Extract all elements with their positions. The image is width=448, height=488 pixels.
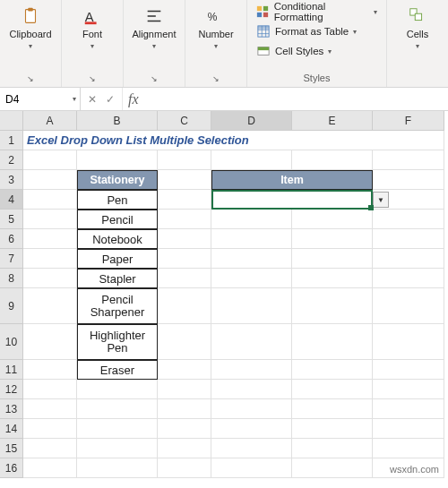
cell[interactable] [23,210,77,229]
clipboard-button[interactable]: Clipboard ▾ [5,4,56,50]
cell[interactable] [373,360,444,380]
cell[interactable] [23,288,77,324]
table-cell[interactable]: Pencil Sharpener [77,288,158,324]
fx-label[interactable]: fx [123,88,144,110]
cell[interactable] [211,210,292,229]
cell[interactable] [158,380,211,399]
row-header[interactable]: 14 [0,419,23,439]
cell[interactable] [23,170,77,190]
cell[interactable] [23,380,77,399]
cell[interactable] [292,210,373,229]
row-header[interactable]: 6 [0,229,23,249]
cell[interactable] [23,190,77,210]
cell[interactable] [292,419,373,439]
cell[interactable] [373,170,444,190]
cell[interactable] [23,229,77,249]
cell[interactable] [77,380,158,399]
cell[interactable] [373,399,444,419]
cell[interactable] [292,288,373,324]
cell[interactable] [373,439,444,458]
cell[interactable] [158,170,211,190]
font-button[interactable]: A Font ▾ [67,4,117,50]
row-header[interactable]: 4 [0,190,23,210]
col-header[interactable]: F [373,111,444,131]
cell[interactable] [211,269,292,288]
table-cell[interactable]: Eraser [77,360,158,380]
row-header[interactable]: 15 [0,439,23,458]
cell[interactable] [158,458,211,478]
table-cell[interactable]: Pencil [77,210,158,229]
cell[interactable] [373,380,444,399]
alignment-button[interactable]: Alignment ▾ [129,4,179,50]
table-cell[interactable]: Stapler [77,269,158,288]
row-header[interactable]: 16 [0,458,23,478]
cell[interactable] [158,229,211,249]
number-button[interactable]: % Number ▾ [191,4,241,50]
cell[interactable] [373,210,444,229]
row-header[interactable]: 12 [0,380,23,399]
cell[interactable] [158,360,211,380]
cell[interactable] [292,269,373,288]
cell[interactable] [211,249,292,269]
cell[interactable] [23,360,77,380]
cell[interactable] [292,249,373,269]
cell[interactable] [292,360,373,380]
row-header[interactable]: 5 [0,210,23,229]
row-header[interactable]: 7 [0,249,23,269]
cell[interactable] [211,360,292,380]
cell[interactable] [158,324,211,360]
cell[interactable] [77,150,158,170]
col-header[interactable]: C [158,111,211,131]
col-header[interactable]: D [211,111,292,131]
cell[interactable] [77,419,158,439]
cell[interactable] [211,419,292,439]
cell[interactable] [211,458,292,478]
cell[interactable] [158,269,211,288]
cell[interactable] [77,439,158,458]
cell[interactable] [292,150,373,170]
name-box[interactable]: D4 ▾ [0,88,81,110]
table-cell[interactable]: Pen [77,190,158,210]
cancel-icon[interactable]: ✕ [88,93,97,106]
worksheet[interactable]: A B C D E F 1 Excel Drop Down List Multi… [0,111,448,478]
dialog-launcher-icon[interactable]: ↘ [27,74,34,83]
cell[interactable] [158,439,211,458]
cell[interactable] [158,288,211,324]
confirm-icon[interactable]: ✓ [106,93,115,106]
cell[interactable] [373,150,444,170]
cell[interactable] [158,210,211,229]
cell[interactable] [292,229,373,249]
select-all-corner[interactable] [0,111,23,131]
cell[interactable] [373,324,444,360]
table-cell[interactable]: Paper [77,249,158,269]
cell[interactable] [23,399,77,419]
cell[interactable] [158,399,211,419]
row-header[interactable]: 8 [0,269,23,288]
cell[interactable] [23,324,77,360]
cell[interactable] [292,458,373,478]
row-header[interactable]: 10 [0,324,23,360]
col-header[interactable]: E [292,111,373,131]
row-header[interactable]: 9 [0,288,23,324]
format-as-table-button[interactable]: Format as Table ▾ [253,21,360,41]
row-header[interactable]: 1 [0,131,23,150]
cell[interactable] [373,249,444,269]
cell[interactable] [23,458,77,478]
cell[interactable] [211,324,292,360]
cell[interactable] [211,399,292,419]
table-cell[interactable]: Highlighter Pen [77,324,158,360]
row-header[interactable]: 13 [0,399,23,419]
formula-input[interactable] [144,88,448,110]
cell[interactable] [373,288,444,324]
cell[interactable] [292,439,373,458]
cell[interactable] [158,150,211,170]
row-header[interactable]: 11 [0,360,23,380]
cell[interactable] [292,380,373,399]
cell[interactable] [373,229,444,249]
cell[interactable] [158,419,211,439]
dialog-launcher-icon[interactable]: ↘ [151,74,158,83]
row-header[interactable]: 3 [0,170,23,190]
conditional-formatting-button[interactable]: Conditional Formatting ▾ [253,2,381,21]
cell[interactable] [211,150,292,170]
cell[interactable] [23,249,77,269]
